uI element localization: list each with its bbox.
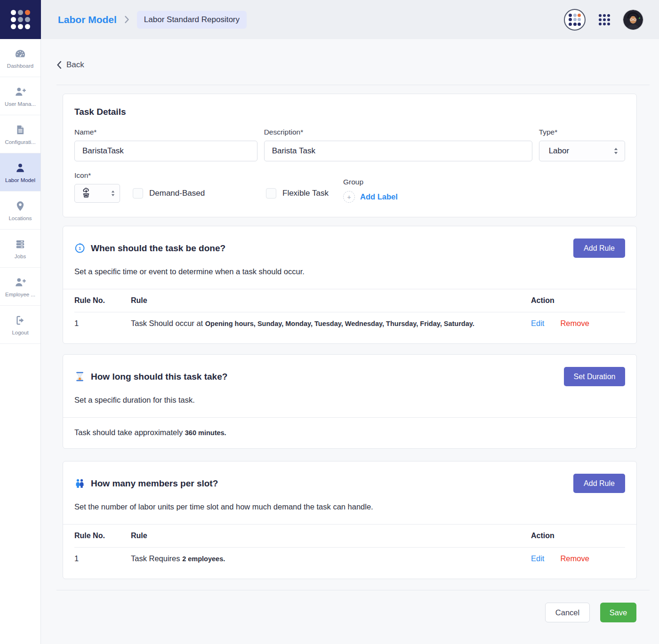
brand-logo[interactable] xyxy=(0,0,41,39)
edit-link[interactable]: Edit xyxy=(531,319,544,328)
flexible-task-label: Flexible Task xyxy=(282,189,329,198)
flexible-task-option: Flexible Task xyxy=(266,184,343,203)
back-button[interactable]: Back xyxy=(56,60,84,70)
basket-download-icon xyxy=(80,188,92,199)
sidebar-nav: Dashboard User Mana... Configurati... La… xyxy=(0,39,41,644)
svg-text:1: 1 xyxy=(79,246,81,251)
plus-icon: + xyxy=(343,191,355,203)
brand-apps-button[interactable] xyxy=(564,9,586,31)
sidebar-item-jobs[interactable]: Jobs xyxy=(0,230,40,268)
members-section-card: How many members per slot? Add Rule Set … xyxy=(63,461,637,579)
task-details-card: Task Details Name* Description* Type* La… xyxy=(63,94,637,217)
icon-select[interactable] xyxy=(74,184,120,203)
sidebar-item-locations[interactable]: Locations xyxy=(0,191,40,230)
members-add-rule-button[interactable]: Add Rule xyxy=(573,474,625,493)
table-row: 1 Task Requires 2 employees. Edit Remove xyxy=(74,548,625,569)
sidebar-item-label: Employee ... xyxy=(5,292,35,297)
duration-section-title: How long should this task take? xyxy=(91,372,227,382)
breadcrumb-current-chip: Labor Standard Repository xyxy=(137,11,247,29)
remove-link[interactable]: Remove xyxy=(560,319,589,328)
col-action: Action xyxy=(531,532,625,540)
sidebar-item-label: Jobs xyxy=(15,254,26,259)
sidebar-item-configuration[interactable]: Configurati... xyxy=(0,115,40,153)
back-label: Back xyxy=(66,60,84,70)
chevron-right-icon xyxy=(124,16,129,24)
breadcrumb: Labor Model Labor Standard Repository xyxy=(58,11,247,29)
members-rules-table: Rule No. Rule Action 1 Task Requires 2 e… xyxy=(63,524,636,579)
footer-actions: Cancel Save xyxy=(41,603,636,622)
top-header: Labor Model Labor Standard Repository xyxy=(0,0,659,39)
group-label: Group xyxy=(343,178,398,186)
jobs-stack-icon xyxy=(14,238,26,250)
members-icon xyxy=(74,478,85,489)
flexible-task-checkbox[interactable] xyxy=(266,188,276,199)
duration-result: Task should take approximately 360 minut… xyxy=(63,417,636,448)
user-avatar[interactable] xyxy=(623,10,643,30)
sidebar-item-label: User Mana... xyxy=(5,101,36,107)
hourglass-icon xyxy=(74,371,85,382)
add-label-button[interactable]: + Add Label xyxy=(343,191,398,203)
person-icon xyxy=(14,162,26,174)
logout-icon xyxy=(14,314,26,326)
name-field-group: Name* xyxy=(74,128,257,161)
brand-dots-icon xyxy=(11,10,30,29)
type-field-group: Type* Labor xyxy=(539,128,625,161)
remove-link[interactable]: Remove xyxy=(560,554,589,563)
icon-field-group: Icon* xyxy=(74,171,120,203)
edit-link[interactable]: Edit xyxy=(531,554,544,563)
icon-label: Icon* xyxy=(74,171,120,180)
col-action: Action xyxy=(531,296,625,305)
user-add-icon xyxy=(14,86,26,98)
document-icon xyxy=(14,124,26,136)
sidebar-item-dashboard[interactable]: Dashboard xyxy=(0,39,40,77)
set-duration-button[interactable]: Set Duration xyxy=(564,367,625,386)
rule-number: 1 xyxy=(74,319,131,328)
sidebar-item-logout[interactable]: Logout xyxy=(0,306,40,344)
apps-grid-icon[interactable] xyxy=(599,14,610,25)
sidebar-item-label: Dashboard xyxy=(7,63,33,69)
user-add-icon xyxy=(14,276,26,288)
demand-based-option: Demand-Based xyxy=(133,184,266,203)
demand-based-checkbox[interactable] xyxy=(133,188,143,199)
col-rule: Rule xyxy=(131,296,531,305)
sidebar-item-labor-model[interactable]: Labor Model xyxy=(0,153,40,191)
members-section-title: How many members per slot? xyxy=(91,478,218,489)
rule-detail: 2 employees. xyxy=(182,555,225,563)
sidebar-item-label: Configurati... xyxy=(5,139,35,145)
chevron-left-icon xyxy=(56,61,62,69)
sidebar-item-employee[interactable]: Employee ... xyxy=(0,268,40,306)
repeat-1-icon: 1 xyxy=(74,243,85,254)
when-section-title: When should the task be done? xyxy=(91,243,225,254)
sidebar-item-label: Labor Model xyxy=(5,177,35,183)
cancel-button[interactable]: Cancel xyxy=(545,603,590,622)
table-row: 1 Task Should occur at Opening hours, Su… xyxy=(74,312,625,334)
sidebar-item-label: Locations xyxy=(8,215,32,221)
task-details-title: Task Details xyxy=(74,107,625,117)
duration-section-card: How long should this task take? Set Dura… xyxy=(63,354,637,449)
description-input[interactable] xyxy=(264,141,532,161)
col-rule-no: Rule No. xyxy=(74,532,131,540)
col-rule-no: Rule No. xyxy=(74,296,131,305)
when-section-card: 1 When should the task be done? Add Rule… xyxy=(63,226,637,344)
add-label-text: Add Label xyxy=(360,192,398,201)
rule-text: Task Requires 2 employees. xyxy=(131,554,531,563)
save-button[interactable]: Save xyxy=(600,603,636,622)
rule-text: Task Should occur at Opening hours, Sund… xyxy=(131,319,531,328)
col-rule: Rule xyxy=(131,532,531,540)
main-content: Back Task Details Name* Description* Typ… xyxy=(41,39,659,622)
demand-based-label: Demand-Based xyxy=(149,189,205,198)
avatar-image xyxy=(623,10,643,30)
select-caret-icon xyxy=(614,148,618,154)
duration-section-subtitle: Set a specific duration for this task. xyxy=(63,386,636,417)
when-add-rule-button[interactable]: Add Rule xyxy=(573,239,625,258)
name-label: Name* xyxy=(74,128,257,136)
name-input[interactable] xyxy=(74,141,257,161)
dashboard-icon xyxy=(14,48,26,60)
type-select[interactable]: Labor xyxy=(539,141,625,161)
sidebar-item-user-management[interactable]: User Mana... xyxy=(0,77,40,115)
divider xyxy=(56,590,650,590)
type-label: Type* xyxy=(539,128,625,136)
breadcrumb-labor-model[interactable]: Labor Model xyxy=(58,14,117,25)
group-field-group: Group + Add Label xyxy=(343,178,398,203)
location-pin-icon xyxy=(14,200,26,212)
